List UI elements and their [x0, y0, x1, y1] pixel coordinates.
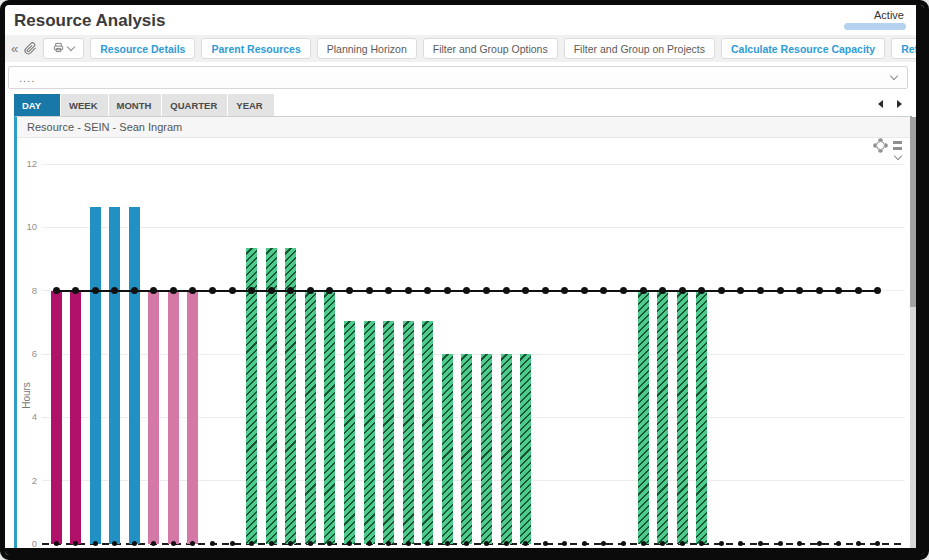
capacity-marker[interactable] [757, 287, 764, 294]
filter-input[interactable]: .... [8, 66, 908, 89]
capacity-marker[interactable] [209, 287, 216, 294]
capacity-marker[interactable] [405, 287, 412, 294]
capacity-marker[interactable] [444, 287, 451, 294]
baseline-marker [875, 541, 880, 546]
capacity-marker[interactable] [542, 287, 549, 294]
tab-year[interactable]: YEAR [228, 94, 274, 116]
bar[interactable] [90, 207, 101, 544]
bar[interactable] [344, 321, 355, 544]
capacity-marker[interactable] [718, 287, 725, 294]
capacity-marker[interactable] [796, 287, 803, 294]
status-pill[interactable] [844, 23, 906, 30]
bar[interactable] [168, 291, 179, 544]
bar[interactable] [520, 354, 531, 544]
capacity-marker[interactable] [366, 287, 373, 294]
baseline-marker [562, 541, 567, 546]
bar[interactable] [324, 291, 335, 544]
y-tick-label: 8 [19, 285, 37, 296]
bar[interactable] [481, 354, 492, 544]
page-title: Resource Analysis [14, 11, 166, 31]
capacity-marker[interactable] [640, 287, 647, 294]
capacity-marker[interactable] [600, 287, 607, 294]
bar[interactable] [696, 291, 707, 544]
vertical-scrollbar[interactable] [910, 117, 916, 548]
capacity-marker[interactable] [835, 287, 842, 294]
baseline-marker [543, 541, 548, 546]
bar[interactable] [129, 207, 140, 544]
capacity-marker[interactable] [385, 287, 392, 294]
tab-quarter[interactable]: QUARTER [162, 94, 227, 116]
capacity-marker[interactable] [620, 287, 627, 294]
baseline-marker [386, 541, 391, 546]
capacity-marker[interactable] [268, 287, 275, 294]
capacity-marker[interactable] [92, 287, 99, 294]
capacity-marker[interactable] [307, 287, 314, 294]
capacity-marker[interactable] [737, 287, 744, 294]
parent-resources-button[interactable]: Parent Resources [201, 38, 310, 59]
capacity-marker[interactable] [53, 287, 60, 294]
capacity-marker[interactable] [424, 287, 431, 294]
bar[interactable] [364, 321, 375, 544]
capacity-marker[interactable] [522, 287, 529, 294]
capacity-marker[interactable] [229, 287, 236, 294]
tab-month[interactable]: MONTH [109, 94, 162, 116]
baseline-marker [288, 541, 293, 546]
filter-group-options-button[interactable]: Filter and Group Options [423, 38, 558, 59]
capacity-marker[interactable] [874, 287, 881, 294]
bar[interactable] [109, 207, 120, 544]
capacity-marker[interactable] [503, 287, 510, 294]
baseline-marker [406, 541, 411, 546]
bar[interactable] [501, 354, 512, 544]
chart-plot: Hours 024681012 [17, 138, 910, 548]
bar[interactable] [677, 291, 688, 544]
bar[interactable] [148, 291, 159, 544]
baseline-marker [367, 541, 372, 546]
bar[interactable] [422, 321, 433, 544]
planning-horizon-button[interactable]: Planning Horizon [317, 38, 417, 59]
chart-expand-icon[interactable] [893, 141, 902, 150]
bar[interactable] [461, 354, 472, 544]
bar[interactable] [638, 291, 649, 544]
resource-details-button[interactable]: Resource Details [90, 38, 195, 59]
bar[interactable] [403, 321, 414, 544]
bar[interactable] [187, 291, 198, 544]
capacity-marker[interactable] [463, 287, 470, 294]
chart-settings-icon[interactable] [876, 141, 885, 150]
scrollbar-thumb[interactable] [910, 117, 916, 307]
status-label: Active [874, 9, 904, 21]
baseline-marker [621, 541, 626, 546]
scroll-left-icon[interactable] [878, 100, 883, 108]
bar[interactable] [383, 321, 394, 544]
chart-collapse-chevron-icon[interactable] [894, 152, 902, 160]
bar[interactable] [657, 291, 668, 544]
attachment-icon[interactable] [24, 42, 37, 55]
baseline-marker [601, 541, 606, 546]
baseline-marker [445, 541, 450, 546]
baseline-marker [327, 541, 332, 546]
scroll-right-icon[interactable] [897, 100, 902, 108]
bar[interactable] [70, 291, 81, 544]
capacity-marker[interactable] [855, 287, 862, 294]
capacity-marker[interactable] [346, 287, 353, 294]
bar[interactable] [442, 354, 453, 544]
capacity-marker[interactable] [72, 287, 79, 294]
baseline-marker [190, 541, 195, 546]
bar[interactable] [51, 291, 62, 544]
baseline-marker [641, 541, 646, 546]
baseline-marker [738, 541, 743, 546]
calculate-resource-capacity-button[interactable]: Calculate Resource Capacity [721, 38, 885, 59]
capacity-marker[interactable] [561, 287, 568, 294]
capacity-marker[interactable] [581, 287, 588, 294]
filter-group-projects-button[interactable]: Filter and Group on Projects [564, 38, 715, 59]
tab-week[interactable]: WEEK [61, 94, 108, 116]
print-menu-button[interactable] [43, 38, 84, 59]
capacity-marker[interactable] [131, 287, 138, 294]
capacity-marker[interactable] [777, 287, 784, 294]
collapse-panel-icon[interactable]: « [11, 42, 18, 55]
capacity-marker[interactable] [816, 287, 823, 294]
capacity-marker[interactable] [170, 287, 177, 294]
capacity-marker[interactable] [483, 287, 490, 294]
tab-day[interactable]: DAY [14, 94, 60, 116]
capacity-marker[interactable] [679, 287, 686, 294]
bar[interactable] [305, 291, 316, 544]
